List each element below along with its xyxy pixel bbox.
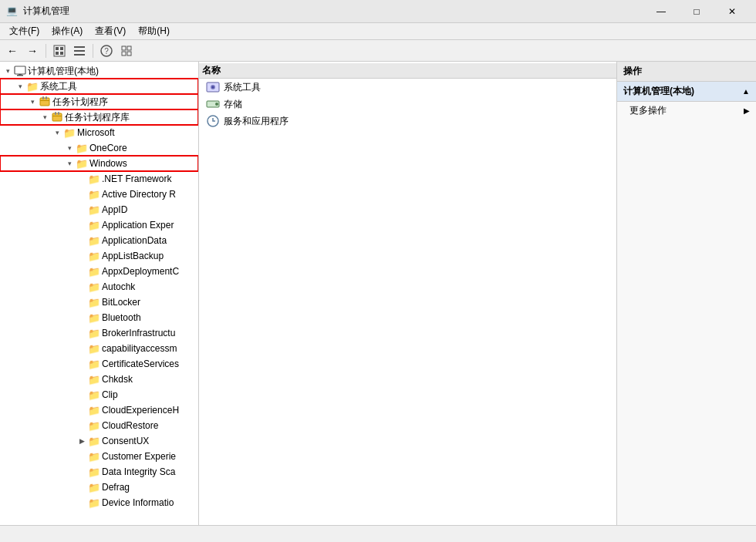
minimize-button[interactable]: —: [643, 0, 679, 23]
appid-label: AppID: [102, 204, 127, 215]
windows-label: Windows: [89, 158, 127, 169]
tree-node-datainteg[interactable]: 📁 Data Integrity Sca: [0, 464, 198, 480]
folder-icon-cloudrestore: 📁: [88, 419, 100, 432]
help-button[interactable]: ?: [97, 42, 116, 59]
tree-toggle-onecore[interactable]: ▾: [63, 142, 76, 154]
center-icon-system-tools: [205, 79, 221, 95]
maximize-button[interactable]: □: [679, 0, 714, 23]
menu-view[interactable]: 查看(V): [89, 23, 132, 39]
toolbar-separator-2: [93, 44, 93, 58]
tree-panel[interactable]: ▾ 计算机管理(本地) ▾ 📁 系统工具 ▾ 任务计划程序 ▾ 任务: [0, 62, 199, 525]
tree-node-chkdsk[interactable]: 📁 Chkdsk: [0, 372, 198, 387]
center-item-storage[interactable]: 存储: [199, 96, 616, 113]
no-toggle-custexp: [76, 450, 88, 463]
right-panel-header: 操作: [617, 62, 756, 82]
tree-node-task-lib[interactable]: ▾ 任务计划程序库: [0, 109, 198, 125]
back-button[interactable]: ←: [3, 42, 22, 59]
chkdsk-label: Chkdsk: [102, 374, 133, 385]
tree-node-clip[interactable]: 📁 Clip: [0, 387, 198, 402]
svg-rect-10: [122, 46, 126, 50]
tree-node-deviceinfo[interactable]: 📁 Device Informatio: [0, 495, 198, 510]
tree-node-custexp[interactable]: 📁 Customer Experie: [0, 449, 198, 464]
center-item-system-tools[interactable]: 系统工具: [199, 79, 616, 96]
menu-file[interactable]: 文件(F): [3, 23, 46, 39]
computer-icon: [14, 65, 26, 77]
tree-toggle-root[interactable]: ▾: [2, 65, 14, 77]
tree-node-task-scheduler[interactable]: ▾ 任务计划程序: [0, 94, 198, 109]
tree-node-consentux[interactable]: ▶ 📁 ConsentUX: [0, 433, 198, 449]
tree-node-capability[interactable]: 📁 capabilityaccessm: [0, 341, 198, 356]
no-toggle-appexp: [76, 219, 88, 231]
folder-icon-appdata: 📁: [88, 234, 100, 247]
center-item-services[interactable]: 服务和应用程序: [199, 113, 616, 130]
no-toggle-dotnet: [76, 173, 88, 185]
tree-node-defrag[interactable]: 📁 Defrag: [0, 480, 198, 495]
tree-node-root[interactable]: ▾ 计算机管理(本地): [0, 63, 198, 79]
tree-node-brokerinfra[interactable]: 📁 BrokerInfrastructu: [0, 325, 198, 341]
svg-rect-4: [60, 52, 63, 55]
no-toggle-bitlocker: [76, 296, 88, 308]
svg-rect-1: [56, 47, 59, 50]
tree-node-cloudrestore[interactable]: 📁 CloudRestore: [0, 418, 198, 433]
tree-node-onecore[interactable]: ▾ 📁 OneCore: [0, 140, 198, 156]
tree-node-bluetooth[interactable]: 📁 Bluetooth: [0, 310, 198, 325]
task-lib-label: 任务计划程序库: [65, 111, 130, 124]
no-toggle-brokerinfra: [76, 327, 88, 339]
tree-node-windows[interactable]: ▾ 📁 Windows: [0, 156, 198, 171]
svg-rect-22: [55, 112, 56, 115]
tree-node-applistbackup[interactable]: 📁 AppListBackup: [0, 248, 198, 264]
center-icon-storage: [205, 96, 221, 112]
tree-node-certsvcs[interactable]: 📁 CertificateServices: [0, 356, 198, 372]
svg-rect-20: [40, 100, 49, 101]
forward-button[interactable]: →: [23, 42, 42, 59]
folder-icon-clip: 📁: [88, 389, 100, 401]
no-toggle-autochk: [76, 281, 88, 293]
svg-rect-3: [56, 52, 59, 55]
appxdeploy-label: AppxDeploymentC: [102, 266, 179, 277]
center-header-label: 名称: [202, 64, 221, 77]
tree-node-cloudexp[interactable]: 📁 CloudExperienceH: [0, 402, 198, 418]
svg-rect-6: [74, 50, 85, 52]
center-label-storage: 存储: [224, 98, 242, 111]
tree-toggle-windows[interactable]: ▾: [63, 157, 76, 170]
system-tools-label: 系统工具: [40, 80, 77, 93]
tree-node-activedir[interactable]: 📁 Active Directory R: [0, 187, 198, 202]
svg-rect-11: [127, 46, 131, 50]
toolbar-btn-4[interactable]: [70, 42, 89, 59]
no-toggle-defrag: [76, 481, 88, 493]
folder-icon-cloudexp: 📁: [88, 404, 100, 416]
menu-action[interactable]: 操作(A): [46, 23, 89, 39]
tree-node-appxdeploy[interactable]: 📁 AppxDeploymentC: [0, 264, 198, 279]
toolbar-btn-3[interactable]: [50, 42, 69, 59]
window-controls: — □ ✕: [643, 0, 750, 23]
tree-node-dotnet[interactable]: 📁 .NET Framework: [0, 171, 198, 187]
no-toggle-deviceinfo: [76, 497, 88, 509]
close-button[interactable]: ✕: [714, 0, 750, 23]
tree-node-system-tools[interactable]: ▾ 📁 系统工具: [0, 79, 198, 94]
folder-icon-appid: 📁: [88, 204, 100, 216]
certsvcs-label: CertificateServices: [102, 359, 179, 369]
tree-node-appdata[interactable]: 📁 ApplicationData: [0, 233, 198, 248]
folder-icon-appexp: 📁: [88, 219, 100, 231]
no-toggle-appdata: [76, 234, 88, 247]
right-action-more[interactable]: 更多操作 ▶: [617, 102, 756, 120]
menu-help[interactable]: 帮助(H): [132, 23, 176, 39]
tree-toggle-task-lib[interactable]: ▾: [39, 111, 51, 123]
tree-toggle-microsoft[interactable]: ▾: [51, 126, 63, 139]
consentux-label: ConsentUX: [102, 436, 149, 446]
folder-icon-appxdeploy: 📁: [88, 265, 100, 278]
center-panel: 名称 系统工具 存储 服务和应用程序: [199, 62, 617, 525]
tree-toggle-consentux[interactable]: ▶: [76, 435, 88, 447]
tree-node-bitlocker[interactable]: 📁 BitLocker: [0, 295, 198, 310]
tree-toggle-task-scheduler[interactable]: ▾: [26, 96, 39, 108]
toolbar-btn-6[interactable]: [117, 42, 136, 59]
tree-node-appexp[interactable]: 📁 Application Exper: [0, 217, 198, 233]
tree-node-autochk[interactable]: 📁 Autochk: [0, 279, 198, 295]
appdata-label: ApplicationData: [102, 235, 167, 246]
right-action-more-arrow: ▶: [744, 106, 750, 115]
tree-node-microsoft[interactable]: ▾ 📁 Microsoft: [0, 125, 198, 140]
right-section-arrow: ▲: [742, 87, 750, 96]
tree-toggle-system-tools[interactable]: ▾: [14, 80, 26, 93]
tree-node-appid[interactable]: 📁 AppID: [0, 202, 198, 217]
no-toggle-cloudrestore: [76, 419, 88, 432]
